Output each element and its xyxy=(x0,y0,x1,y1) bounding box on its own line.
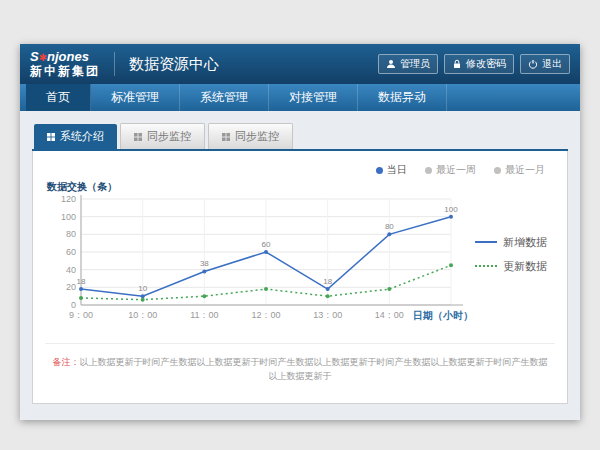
dot-icon xyxy=(376,167,383,174)
tab-label: 同步监控 xyxy=(147,129,191,144)
nav-item-data-change[interactable]: 数据异动 xyxy=(358,84,447,111)
svg-text:10：00: 10：00 xyxy=(128,310,157,320)
logo-subtitle: 新中新集团 xyxy=(30,65,100,78)
svg-text:60: 60 xyxy=(66,247,76,257)
logout-label: 退出 xyxy=(542,57,562,71)
tab-bar: 系统介绍 同步监控 同步监控 xyxy=(32,123,568,151)
svg-text:13：00: 13：00 xyxy=(313,310,342,320)
footnote: 备注：以上数据更新于时间产生数据以上数据更新于时间产生数据以上数据更新于时间产生… xyxy=(45,343,555,383)
power-icon xyxy=(528,59,538,69)
legend-item-new-data: 新增数据 xyxy=(475,235,555,250)
svg-text:80: 80 xyxy=(66,229,76,239)
filter-last-week[interactable]: 最近一周 xyxy=(425,163,476,177)
filter-label: 最近一月 xyxy=(505,163,545,177)
footnote-prefix: 备注： xyxy=(53,357,80,367)
svg-text:20: 20 xyxy=(66,282,76,292)
svg-text:40: 40 xyxy=(66,265,76,275)
legend-item-update-data: 更新数据 xyxy=(475,259,555,274)
line-sample-icon xyxy=(475,265,497,267)
logo-star-icon: ✱ xyxy=(39,52,47,63)
nav-item-home[interactable]: 首页 xyxy=(26,84,91,111)
svg-text:9：00: 9：00 xyxy=(69,310,93,320)
svg-text:18: 18 xyxy=(323,277,332,286)
svg-text:12：00: 12：00 xyxy=(251,310,280,320)
series-legend: 新增数据 更新数据 xyxy=(475,226,555,283)
filter-last-month[interactable]: 最近一月 xyxy=(494,163,545,177)
change-password-label: 修改密码 xyxy=(466,57,506,71)
svg-text:11：00: 11：00 xyxy=(190,310,218,320)
user-actions: 管理员 修改密码 退出 xyxy=(378,54,570,74)
lock-icon xyxy=(452,59,462,69)
svg-text:120: 120 xyxy=(61,194,76,204)
dot-icon xyxy=(425,167,432,174)
tab-label: 同步监控 xyxy=(235,129,279,144)
filter-label: 当日 xyxy=(387,163,407,177)
svg-text:18: 18 xyxy=(77,277,86,286)
svg-text:100: 100 xyxy=(444,205,458,214)
app-window: S✱njones 新中新集团 数据资源中心 管理员 修改密码 退出 首页 标准管… xyxy=(20,44,580,420)
svg-text:38: 38 xyxy=(200,259,209,268)
chart-row: 0204060801001209：0010：0011：0012：0013：001… xyxy=(45,179,555,329)
filter-label: 最近一周 xyxy=(436,163,476,177)
line-chart: 0204060801001209：0010：0011：0012：0013：001… xyxy=(45,179,475,329)
tab-sync-monitor-2[interactable]: 同步监控 xyxy=(208,123,293,149)
page-title: 数据资源中心 xyxy=(114,52,219,76)
dot-icon xyxy=(494,167,501,174)
svg-text:日期（小时）: 日期（小时） xyxy=(413,310,473,321)
footnote-text: 以上数据更新于时间产生数据以上数据更新于时间产生数据以上数据更新于时间产生数据以… xyxy=(80,357,548,381)
tab-sync-monitor-1[interactable]: 同步监控 xyxy=(120,123,205,149)
app-header: S✱njones 新中新集团 数据资源中心 管理员 修改密码 退出 xyxy=(20,44,580,84)
svg-text:14：00: 14：00 xyxy=(375,310,404,320)
logo-wordmark: S✱njones xyxy=(30,50,100,64)
svg-text:0: 0 xyxy=(71,300,76,310)
chart-card: 当日 最近一周 最近一月 0204060801001209：0010：0011：… xyxy=(32,151,568,404)
grid-icon xyxy=(134,133,142,141)
tab-label: 系统介绍 xyxy=(60,129,104,144)
svg-text:数据交换（条）: 数据交换（条） xyxy=(46,181,117,192)
legend-label: 新增数据 xyxy=(503,235,547,250)
nav-item-system-mgmt[interactable]: 系统管理 xyxy=(180,84,269,111)
range-filters: 当日 最近一周 最近一月 xyxy=(45,161,555,179)
legend-label: 更新数据 xyxy=(503,259,547,274)
change-password-button[interactable]: 修改密码 xyxy=(444,54,514,74)
svg-text:10: 10 xyxy=(138,284,147,293)
logo: S✱njones 新中新集团 xyxy=(30,50,100,77)
user-icon xyxy=(386,59,396,69)
admin-button[interactable]: 管理员 xyxy=(378,54,438,74)
admin-label: 管理员 xyxy=(400,57,430,71)
line-sample-icon xyxy=(475,241,497,243)
svg-text:80: 80 xyxy=(385,222,394,231)
content-area: 系统介绍 同步监控 同步监控 当日 最近一周 最近一月 020406080100… xyxy=(20,111,580,420)
logout-button[interactable]: 退出 xyxy=(520,54,570,74)
svg-text:60: 60 xyxy=(262,240,271,249)
nav-item-connect-mgmt[interactable]: 对接管理 xyxy=(269,84,358,111)
filter-today[interactable]: 当日 xyxy=(376,163,407,177)
nav-item-standard-mgmt[interactable]: 标准管理 xyxy=(91,84,180,111)
tab-system-intro[interactable]: 系统介绍 xyxy=(34,124,117,149)
grid-icon xyxy=(222,133,230,141)
main-nav: 首页 标准管理 系统管理 对接管理 数据异动 xyxy=(20,84,580,111)
grid-icon xyxy=(47,133,55,141)
svg-text:100: 100 xyxy=(61,212,76,222)
